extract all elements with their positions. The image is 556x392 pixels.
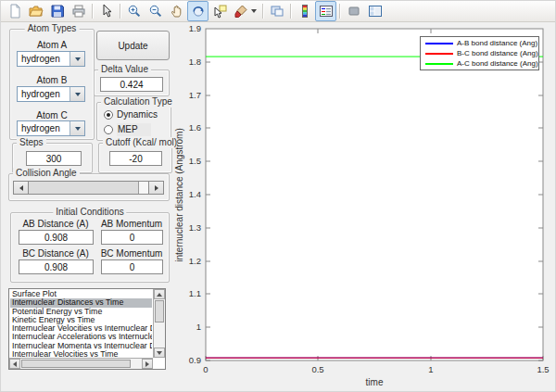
data-cursor-button[interactable] (208, 1, 230, 21)
bc-momentum-field[interactable] (101, 259, 163, 274)
radio-dynamics[interactable]: Dynamics (104, 109, 158, 120)
atom-c-value: hydrogen (21, 123, 60, 133)
radio-mep[interactable]: MEP (104, 123, 151, 136)
hide-plot-tools-icon (347, 4, 361, 19)
collision-angle-panel: Collision Angle (8, 173, 170, 201)
axes-canvas[interactable] (172, 23, 556, 392)
zoom-in-button[interactable] (123, 1, 145, 21)
steps-title: Steps (17, 137, 46, 148)
plot-type-list-items: Surface Plot Internuclear Distances vs T… (10, 290, 152, 357)
delta-value-title: Delta Value (98, 64, 151, 75)
pan-hand-icon (170, 4, 184, 19)
bc-distance-field[interactable] (19, 259, 94, 274)
radio-mep-label: MEP (117, 123, 151, 136)
new-document-button[interactable] (4, 1, 25, 21)
pan-button[interactable] (166, 1, 187, 21)
vertical-scroll-thumb[interactable] (155, 300, 164, 322)
chevron-down-icon (75, 93, 81, 96)
chevron-down-icon (75, 127, 81, 131)
brush-dropdown-icon[interactable] (251, 9, 257, 13)
list-item[interactable]: Internuclear Velocities vs Internuclear … (10, 324, 152, 333)
vertical-scrollbar[interactable] (153, 289, 165, 358)
brush-button[interactable] (230, 1, 251, 21)
atom-c-dropdown-button[interactable] (70, 121, 84, 135)
list-item[interactable]: Kinetic Energy vs Time (10, 316, 152, 324)
edit-plot-button[interactable] (95, 1, 117, 21)
show-plot-tools-icon (368, 4, 383, 19)
atom-a-dropdown-button[interactable] (70, 52, 84, 66)
legend-label: A-B bond distance (Ang) (457, 39, 537, 47)
rotate-3d-button[interactable] (187, 1, 208, 21)
x-tick-label: 0 (192, 364, 220, 374)
initial-conditions-title: Initial Conditions (53, 207, 126, 218)
ab-distance-field[interactable] (19, 230, 94, 245)
print-button[interactable] (68, 1, 89, 21)
cutoff-field[interactable] (109, 151, 162, 166)
legend-swatch-2 (425, 63, 453, 65)
list-item[interactable]: Potential Energy vs Time (10, 308, 152, 316)
y-axis-label: internuclear distance (Angstrom) (174, 80, 186, 311)
collision-angle-title: Collision Angle (13, 168, 80, 179)
toolbar-separator (339, 4, 340, 19)
list-item[interactable]: Surface Plot (10, 290, 152, 298)
slider-left-arrow[interactable] (14, 182, 29, 194)
horizontal-scroll-thumb[interactable] (21, 360, 131, 368)
insert-colorbar-icon (297, 4, 312, 19)
legend-swatch-1 (425, 53, 453, 55)
horizontal-scrollbar[interactable] (9, 358, 153, 369)
x-axis-label: time (337, 377, 411, 387)
insert-legend-icon (319, 4, 334, 19)
ab-momentum-field[interactable] (101, 230, 163, 245)
delta-value-field[interactable] (100, 77, 163, 92)
zoom-in-icon (127, 4, 142, 19)
collision-angle-slider[interactable] (13, 181, 164, 195)
insert-legend-button[interactable] (315, 1, 336, 21)
legend-entry: A-C bond distance (Ang) (421, 59, 538, 69)
toolbar-separator (262, 4, 263, 19)
plot-type-listbox[interactable]: Surface Plot Internuclear Distances vs T… (8, 288, 166, 370)
scroll-down-button[interactable] (154, 348, 165, 358)
hide-plot-tools-button[interactable] (343, 1, 364, 21)
calculation-type-panel: Calculation Type Dynamics MEP (96, 102, 171, 141)
slider-right-arrow[interactable] (148, 182, 163, 194)
zoom-out-icon (148, 4, 163, 19)
scroll-up-button[interactable] (154, 289, 165, 299)
link-plot-button[interactable] (266, 1, 287, 21)
update-button[interactable]: Update (96, 31, 170, 60)
list-item-selected[interactable]: Internuclear Distances vs Time (10, 298, 152, 307)
slider-thumb[interactable] (29, 182, 139, 194)
atom-b-dropdown-button[interactable] (70, 87, 84, 101)
atom-c-dropdown[interactable]: hydrogen (17, 120, 85, 136)
arrow-right-icon (155, 185, 158, 191)
legend-label: B-C bond distance (Ang) (457, 49, 538, 57)
x-tick-label: 0.5 (304, 364, 332, 374)
x-tick-label: 1 (417, 364, 445, 374)
new-document-icon (7, 4, 22, 19)
open-folder-button[interactable] (25, 1, 46, 21)
x-tick-label: 1.5 (529, 364, 556, 374)
brush-icon (234, 4, 248, 19)
scroll-right-button[interactable] (142, 359, 153, 369)
chevron-down-icon (75, 57, 81, 61)
scroll-left-button[interactable] (9, 359, 20, 369)
toolbar-separator (120, 4, 120, 19)
atom-b-dropdown[interactable]: hydrogen (17, 86, 85, 102)
show-plot-tools-button[interactable] (364, 1, 385, 21)
calculation-type-title: Calculation Type (101, 96, 175, 107)
zoom-out-button[interactable] (145, 1, 166, 21)
save-button[interactable] (46, 1, 68, 21)
atom-types-panel: Atom Types Atom A hydrogen Atom B hydrog… (9, 29, 95, 140)
toolbar-separator (92, 4, 93, 19)
steps-field[interactable] (26, 151, 82, 166)
rotate-3d-icon (191, 4, 206, 19)
list-item[interactable]: Internuclear Momenta vs Internuclear Dis… (10, 342, 152, 350)
ab-momentum-label: AB Momentum (99, 219, 164, 230)
insert-colorbar-button[interactable] (294, 1, 315, 21)
atom-b-value: hydrogen (21, 89, 60, 99)
bc-momentum-label: BC Momentum (99, 248, 164, 259)
plot-legend[interactable]: A-B bond distance (Ang) B-C bond distanc… (420, 36, 539, 70)
list-item[interactable]: Internulear Velocities vs Time (10, 350, 152, 357)
atom-a-dropdown[interactable]: hydrogen (17, 51, 85, 67)
list-item[interactable]: Internuclear Accelerations vs Internucle… (10, 333, 152, 341)
ab-distance-label: AB Distance (A) (19, 219, 93, 230)
